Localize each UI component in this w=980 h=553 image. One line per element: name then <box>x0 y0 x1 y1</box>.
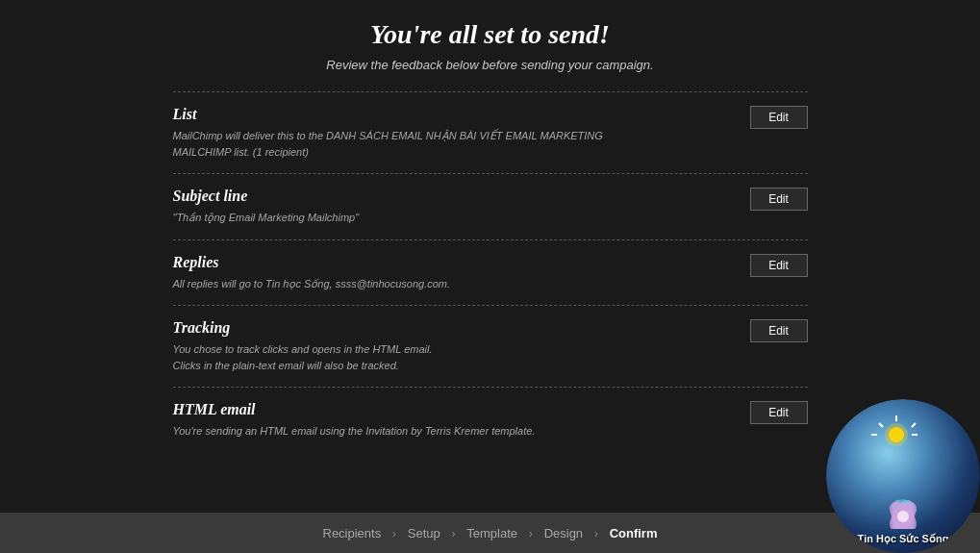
section-label-html-email: HTML email <box>173 401 731 418</box>
logo-rays-icon <box>869 414 923 467</box>
section-content-html-email: HTML emailYou're sending an HTML email u… <box>173 401 731 440</box>
main-content: You're all set to send! Review the feedb… <box>96 0 885 472</box>
section-content-replies: RepliesAll replies will go to Tin học Số… <box>173 254 731 292</box>
section-list: ListMailChimp will deliver this to the D… <box>173 91 808 173</box>
logo-overlay: Tin Học Sức Sống <box>826 399 980 553</box>
section-content-tracking: TrackingYou chose to track clicks and op… <box>173 319 731 373</box>
logo-flower-icon <box>865 476 942 529</box>
section-tracking: TrackingYou chose to track clicks and op… <box>173 305 808 387</box>
section-detail2-tracking: Clicks in the plain-text email will also… <box>173 358 731 374</box>
svg-point-12 <box>897 511 909 522</box>
section-label-tracking: Tracking <box>173 319 731 337</box>
svg-line-4 <box>879 423 883 427</box>
logo-circle: Tin Học Sức Sống <box>826 399 980 553</box>
footer-nav: Recipients › Setup › Template › Design ›… <box>0 513 980 553</box>
section-replies: RepliesAll replies will go to Tin học Số… <box>173 239 808 306</box>
section-detail1-tracking: You chose to track clicks and opens in t… <box>173 341 731 358</box>
section-label-replies: Replies <box>173 254 731 271</box>
nav-item-recipients[interactable]: Recipients <box>323 526 382 540</box>
nav-item-confirm: Confirm <box>610 526 658 540</box>
section-detail2-list: MAILCHIMP list. (1 recipient) <box>173 144 731 161</box>
nav-item-design[interactable]: Design <box>544 526 583 540</box>
section-html-email: HTML emailYou're sending an HTML email u… <box>173 387 808 453</box>
section-detail1-replies: All replies will go to Tin học Sống, sss… <box>173 276 731 292</box>
svg-point-1 <box>885 423 908 446</box>
section-label-subject-line: Subject line <box>173 188 731 205</box>
section-detail1-list: MailChimp will deliver this to the DANH … <box>173 128 731 144</box>
section-content-subject-line: Subject line"Thần tộng Email Marketing M… <box>173 188 731 226</box>
section-detail1-subject-line: "Thần tộng Email Marketing Mailchimp" <box>173 210 731 226</box>
nav-separator: › <box>525 526 537 540</box>
nav-item-template[interactable]: Template <box>466 526 517 540</box>
page-subtitle: Review the feedback below before sending… <box>173 58 808 72</box>
nav-separator: › <box>389 526 400 540</box>
sections-container: ListMailChimp will deliver this to the D… <box>173 91 808 453</box>
edit-button-html-email[interactable]: Edit <box>750 401 808 424</box>
section-subject-line: Subject line"Thần tộng Email Marketing M… <box>173 173 808 239</box>
edit-button-tracking[interactable]: Edit <box>750 319 808 342</box>
footer-nav-items: Recipients › Setup › Template › Design ›… <box>323 524 658 541</box>
nav-separator: › <box>591 526 602 540</box>
nav-item-setup[interactable]: Setup <box>408 526 440 540</box>
logo-text: Tin Học Sức Sống <box>858 533 949 545</box>
edit-button-list[interactable]: Edit <box>750 106 808 129</box>
section-content-list: ListMailChimp will deliver this to the D… <box>173 106 731 160</box>
edit-button-replies[interactable]: Edit <box>750 254 808 277</box>
nav-separator: › <box>448 526 460 540</box>
svg-line-3 <box>912 423 916 427</box>
edit-button-subject-line[interactable]: Edit <box>750 188 808 211</box>
section-label-list: List <box>173 106 731 123</box>
page-title: You're all set to send! <box>173 19 808 50</box>
section-detail1-html-email: You're sending an HTML email using the I… <box>173 423 731 440</box>
